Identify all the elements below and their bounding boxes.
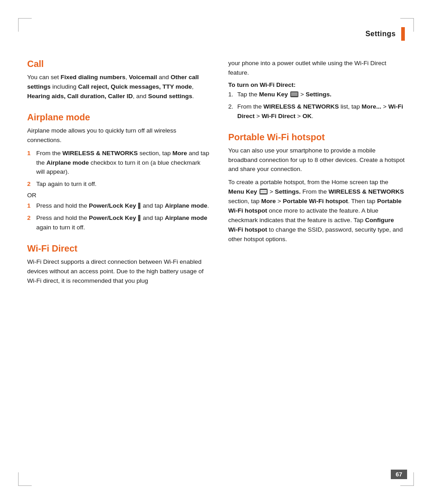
portable-body-1: You can also use your smartphone to prov… (228, 146, 405, 175)
airplane-item-1: 1 From the WIRELESS & NETWORKS section, … (27, 149, 210, 177)
turn-on-item-1: 1. Tap the Menu Key > Settings. (228, 90, 405, 100)
portable-wifi-heading: Portable Wi-Fi hotspot (228, 132, 405, 143)
main-content: Call You can set Fixed dialing numbers, … (0, 50, 432, 308)
corner-mark-bl-h (18, 485, 32, 486)
corner-mark-tr-v (413, 18, 414, 32)
airplane-item-3-text: Press and hold the Power/Lock Key and ta… (36, 201, 210, 211)
wifi-direct-body: Wi-Fi Direct supports a direct connectio… (27, 257, 210, 286)
turn-on-num-1: 1. (228, 90, 235, 100)
turn-on-item-1-text: Tap the Menu Key > Settings. (237, 90, 405, 100)
header-title: Settings (365, 30, 396, 38)
turn-on-label: To turn on Wi-Fi Direct: (228, 81, 405, 88)
menu-key-icon-2 (259, 189, 268, 195)
wifi-direct-heading: Wi-Fi Direct (27, 243, 210, 254)
header: Settings (0, 0, 432, 50)
airplane-item-2: 2 Tap again to turn it off. (27, 180, 210, 189)
corner-mark-br-h (400, 485, 414, 486)
airplane-item-4: 2 Press and hold the Power/Lock Key and … (27, 214, 210, 233)
corner-mark-bl-v (18, 472, 19, 486)
menu-key-icon-1 (290, 91, 298, 97)
airplane-item-1-text: From the WIRELESS & NETWORKS section, ta… (36, 149, 210, 177)
list-num-1: 1 (27, 149, 34, 177)
header-bar (401, 27, 405, 41)
corner-mark-tl-v (18, 18, 19, 32)
power-lock-key-icon-1 (138, 203, 140, 209)
list-num-4: 2 (27, 214, 34, 233)
corner-mark-tr-h (400, 18, 414, 19)
page-number: 67 (391, 470, 407, 479)
list-num-2: 2 (27, 180, 34, 189)
call-body: You can set Fixed dialing numbers, Voice… (27, 73, 210, 101)
airplane-item-3: 1 Press and hold the Power/Lock Key and … (27, 201, 210, 211)
right-column: your phone into a power outlet while usi… (228, 59, 405, 290)
airplane-mode-heading: Airplane mode (27, 112, 210, 123)
corner-mark-br-v (413, 472, 414, 486)
or-divider: OR (27, 192, 210, 199)
turn-on-item-2-text: From the WIRELESS & NETWORKS list, tap M… (237, 102, 405, 121)
left-column: Call You can set Fixed dialing numbers, … (27, 59, 210, 290)
airplane-item-4-text: Press and hold the Power/Lock Key and ta… (36, 214, 210, 233)
page-container: Settings Call You can set Fixed dialing … (0, 0, 432, 504)
corner-mark-tl-h (18, 18, 32, 19)
wifi-direct-continued: your phone into a power outlet while usi… (228, 59, 405, 78)
airplane-intro: Airplane mode allows you to quickly turn… (27, 126, 210, 145)
call-heading: Call (27, 59, 210, 69)
list-num-3: 1 (27, 201, 34, 211)
airplane-item-2-text: Tap again to turn it off. (36, 180, 210, 189)
power-lock-key-icon-2 (138, 215, 140, 221)
turn-on-num-2: 2. (228, 102, 235, 121)
turn-on-item-2: 2. From the WIRELESS & NETWORKS list, ta… (228, 102, 405, 121)
portable-body-2: To create a portable hotspot, from the H… (228, 178, 405, 244)
